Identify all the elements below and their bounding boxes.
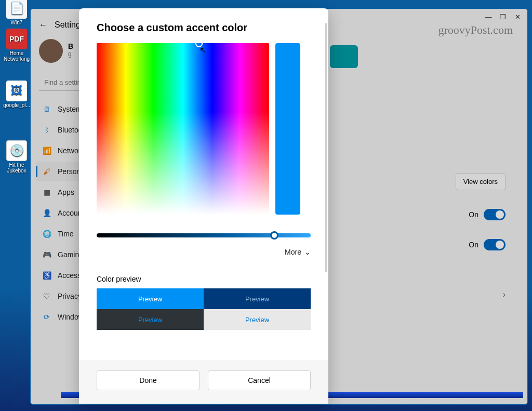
preview-light-bg: Preview (204, 309, 311, 330)
desktop-icon-win7[interactable]: 📄Win7 (3, 0, 30, 25)
dialog-title: Choose a custom accent color (79, 8, 328, 43)
desktop-icon-image[interactable]: 🖼google_pl... (3, 81, 30, 108)
color-preview-label: Color preview (97, 275, 311, 283)
desktop-icon-pdf[interactable]: PDFHome Networking (3, 29, 30, 62)
desktop-icon-jukebox[interactable]: 💿Hit the Jukebox (3, 140, 30, 174)
cancel-button[interactable]: Cancel (208, 370, 311, 390)
done-button[interactable]: Done (97, 370, 200, 390)
preview-light-accent: Preview (97, 288, 204, 309)
preview-dark-bg: Preview (97, 309, 204, 330)
color-picker-dialog: Choose a custom accent color ↖ More⌄ Col… (79, 8, 328, 404)
more-expander[interactable]: More⌄ (97, 248, 311, 256)
selected-color-preview (275, 43, 300, 215)
slider-knob[interactable] (270, 231, 278, 240)
chevron-down-icon: ⌄ (304, 248, 311, 256)
preview-dark-accent: Preview (204, 288, 311, 309)
color-preview-grid: Preview Preview Preview Preview (97, 288, 311, 330)
value-slider[interactable] (97, 233, 311, 237)
spectrum-cursor[interactable] (195, 43, 203, 47)
color-spectrum[interactable]: ↖ (97, 43, 269, 215)
